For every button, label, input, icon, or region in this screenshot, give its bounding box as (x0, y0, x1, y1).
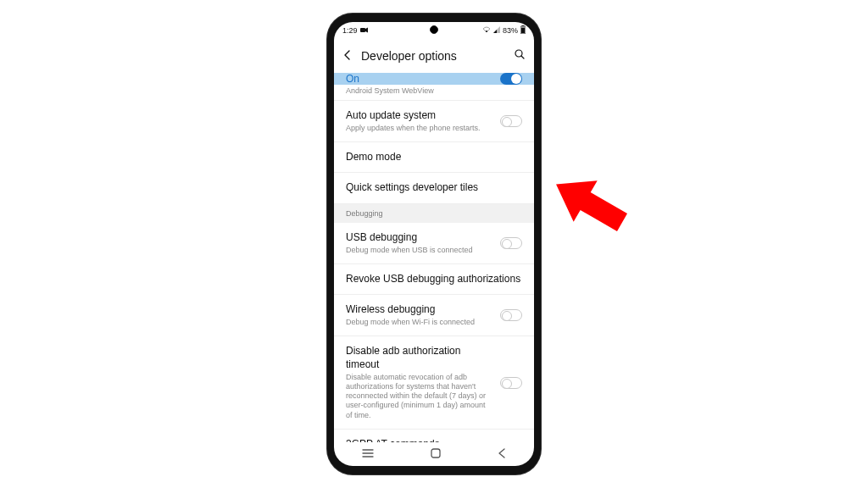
battery-icon (520, 25, 526, 36)
back-icon[interactable] (342, 48, 353, 64)
svg-rect-4 (521, 28, 525, 34)
phone-frame: 1:29 83% Develo (327, 14, 541, 474)
recents-button[interactable] (362, 449, 374, 459)
row-title: Quick settings developer tiles (346, 181, 522, 195)
master-toggle-switch[interactable] (500, 73, 522, 85)
row-quick-settings-tiles[interactable]: Quick settings developer tiles (334, 173, 534, 204)
section-header-debugging: Debugging (334, 204, 534, 223)
front-camera (430, 25, 438, 34)
row-title: Wireless debugging (346, 303, 493, 317)
svg-line-6 (521, 56, 524, 58)
settings-list[interactable]: On Android System WebView Auto update sy… (334, 73, 534, 442)
row-subtitle: Debug mode when Wi-Fi is connected (346, 318, 493, 327)
page-title: Developer options (361, 49, 505, 63)
svg-rect-0 (360, 28, 365, 32)
svg-point-1 (486, 30, 487, 32)
video-icon (360, 26, 368, 35)
disable-adb-timeout-switch[interactable] (500, 377, 522, 389)
row-revoke-usb-auth[interactable]: Revoke USB debugging authorizations (334, 264, 534, 296)
row-title: Demo mode (346, 151, 522, 164)
row-title: USB debugging (346, 231, 493, 245)
wireless-debugging-switch[interactable] (500, 309, 522, 321)
usb-debugging-switch[interactable] (500, 237, 522, 249)
row-title: Auto update system (346, 109, 493, 123)
row-subtitle: Disable automatic revocation of adb auth… (346, 373, 493, 420)
row-3gpp-at-commands[interactable]: 3GPP AT commands Turn 3GPP AT commands o… (334, 430, 534, 442)
home-button[interactable] (431, 448, 441, 460)
row-demo-mode[interactable]: Demo mode (334, 142, 534, 174)
row-disable-adb-timeout[interactable]: Disable adb authorization timeout Disabl… (334, 336, 534, 429)
app-header: Developer options (334, 39, 534, 73)
wifi-icon (482, 26, 491, 35)
row-subtitle: Apply updates when the phone restarts. (346, 124, 493, 133)
android-nav-bar (334, 442, 534, 466)
status-time: 1:29 (342, 26, 358, 35)
row-title: Disable adb authorization timeout (346, 345, 493, 371)
partial-row-webview[interactable]: Android System WebView (334, 85, 534, 101)
master-toggle-label: On (346, 73, 359, 85)
row-title: Revoke USB debugging authorizations (346, 273, 522, 286)
row-subtitle: Debug mode when USB is connected (346, 246, 493, 255)
row-usb-debugging[interactable]: USB debugging Debug mode when USB is con… (334, 223, 534, 264)
svg-marker-11 (544, 169, 634, 237)
pointer-arrow-icon (542, 169, 636, 237)
back-button[interactable] (498, 448, 506, 460)
search-icon[interactable] (514, 48, 526, 64)
auto-update-switch[interactable] (500, 115, 522, 127)
row-wireless-debugging[interactable]: Wireless debugging Debug mode when Wi-Fi… (334, 295, 534, 336)
master-toggle-row[interactable]: On (334, 73, 534, 85)
signal-icon (493, 26, 500, 35)
battery-text: 83% (503, 26, 518, 35)
svg-rect-10 (431, 449, 440, 458)
row-auto-update-system[interactable]: Auto update system Apply updates when th… (334, 101, 534, 142)
screen: 1:29 83% Develo (334, 22, 534, 466)
